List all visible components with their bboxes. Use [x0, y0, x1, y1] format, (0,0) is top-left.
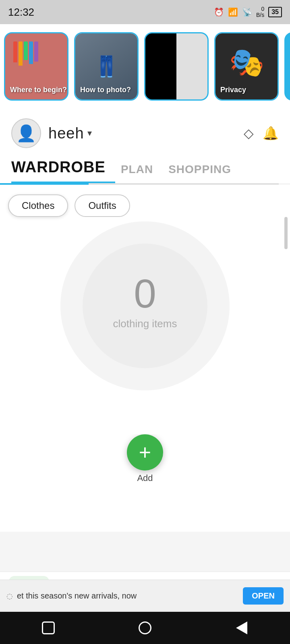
profile-actions: ◇ 🔔 — [244, 126, 279, 141]
fab-area: + Add — [0, 434, 290, 532]
diamond-icon[interactable]: ◇ — [244, 126, 254, 141]
story-card-3[interactable] — [144, 32, 209, 101]
tab-plan[interactable]: PLAN — [121, 157, 163, 183]
scroll-indicator — [284, 217, 288, 249]
main-tabs: WARDROBE PLAN SHOPPING — [0, 152, 290, 183]
empty-state: 0 clothing items — [8, 225, 282, 386]
tab-wardrobe[interactable]: WARDROBE — [11, 152, 115, 183]
status-icons: ⏰ 📶 📡 0B/s 35 — [214, 6, 282, 19]
android-recents-button[interactable] — [36, 620, 60, 636]
ad-text: et this season's new arrivals, now — [17, 591, 236, 601]
stories-row: Where to begin? 👖 How to photo? 🎭 Privac… — [0, 24, 290, 109]
avatar-icon: 👤 — [16, 124, 36, 143]
wifi-icon: 📶 — [228, 7, 238, 17]
recents-icon — [42, 621, 55, 634]
story-card-5[interactable]: W... — [284, 32, 290, 101]
story-label-2: How to photo? — [80, 86, 131, 95]
tab-outfits[interactable]: Outfits — [75, 194, 130, 217]
story-label-1: Where to begin? — [10, 86, 67, 95]
add-fab-label: Add — [137, 473, 153, 483]
avatar[interactable]: 👤 — [11, 118, 41, 148]
add-fab-button[interactable]: + — [127, 434, 163, 471]
android-nav-bar — [0, 612, 290, 644]
data-speed-label: 0B/s — [256, 6, 264, 19]
signal-icon: 📡 — [242, 7, 252, 17]
ad-open-button[interactable]: OPEN — [243, 587, 284, 605]
pencils-icon — [13, 41, 38, 66]
back-icon — [236, 621, 247, 634]
profile-name-row: heeh ▾ — [48, 125, 236, 142]
ad-banner: ◌ et this season's new arrivals, now OPE… — [0, 580, 290, 612]
home-icon — [139, 621, 151, 634]
clothing-label: clothing items — [113, 318, 177, 330]
story-card-2[interactable]: 👖 How to photo? — [74, 32, 139, 101]
profile-username: heeh — [48, 125, 84, 142]
story-label-4: Privacy — [220, 86, 246, 95]
tab-clothes[interactable]: Clothes — [8, 194, 68, 217]
story-card-4[interactable]: 🎭 Privacy — [214, 32, 279, 101]
category-tabs: Clothes Outfits — [8, 194, 282, 217]
content-area: Clothes Outfits 0 clothing items — [0, 185, 290, 434]
android-back-button[interactable] — [230, 620, 254, 636]
bell-icon[interactable]: 🔔 — [263, 126, 279, 141]
story-card-1[interactable]: Where to begin? — [4, 32, 68, 101]
loading-indicator: ◌ — [6, 592, 13, 601]
profile-area: 👤 heeh ▾ ◇ 🔔 — [0, 109, 290, 152]
tab-shopping[interactable]: SHOPPING — [168, 157, 241, 183]
status-bar: 12:32 ⏰ 📶 📡 0B/s 35 — [0, 0, 290, 24]
android-home-button[interactable] — [133, 620, 157, 636]
add-fab-icon: + — [139, 440, 151, 464]
clothing-count: 0 — [134, 273, 156, 314]
profile-dropdown-icon[interactable]: ▾ — [87, 128, 92, 138]
status-time: 12:32 — [8, 6, 34, 19]
battery-indicator: 35 — [268, 7, 282, 17]
alarm-icon: ⏰ — [214, 7, 224, 17]
